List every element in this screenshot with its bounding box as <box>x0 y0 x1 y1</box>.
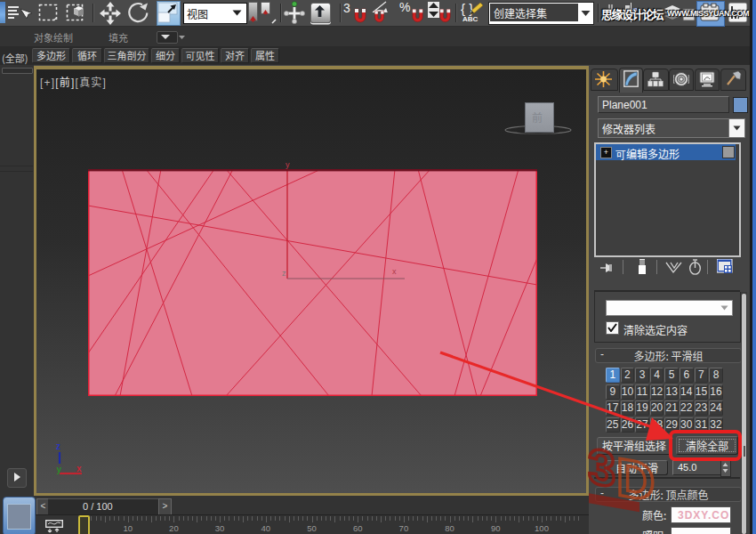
svg-text:x: x <box>392 267 397 276</box>
svg-text:z: z <box>282 269 286 278</box>
svg-text:x: x <box>76 464 82 473</box>
svg-text:3: 3 <box>588 441 615 498</box>
svg-text:z: z <box>56 441 60 451</box>
svg-text:y: y <box>57 465 62 474</box>
